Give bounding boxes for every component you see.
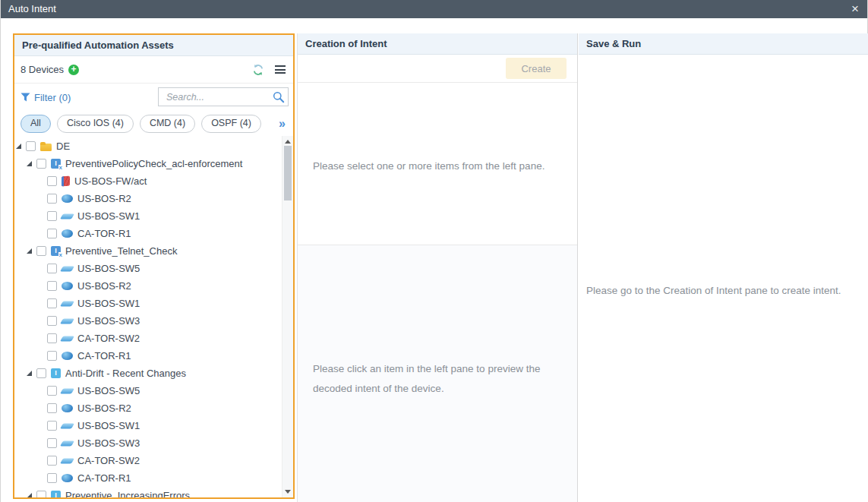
tree-node[interactable]: CA-TOR-R1: [14, 469, 282, 487]
expand-arrow-icon[interactable]: [27, 371, 32, 376]
tree-node[interactable]: US-BOS-SW1: [14, 295, 282, 312]
scroll-up-icon[interactable]: [285, 140, 291, 144]
tree-node[interactable]: DE: [14, 137, 282, 155]
node-checkbox[interactable]: [47, 473, 57, 483]
switch-icon: [60, 318, 74, 324]
left-pane-title: Pre-qualified Automation Assets: [14, 35, 293, 56]
tree-node[interactable]: US-BOS-FW/act: [14, 172, 282, 190]
node-checkbox[interactable]: [36, 368, 46, 378]
right-pane-title: Save & Run: [579, 33, 868, 55]
node-checkbox[interactable]: [47, 316, 57, 326]
device-toolbar: 8 Devices +: [14, 56, 293, 84]
node-checkbox[interactable]: [47, 438, 57, 448]
router-icon: [62, 404, 73, 412]
filter-chip-all[interactable]: All: [21, 115, 51, 133]
node-checkbox[interactable]: [47, 333, 57, 343]
filter-chip-cmd-4[interactable]: CMD (4): [140, 115, 195, 133]
tree-node[interactable]: IPreventive_IncreasingErrors: [14, 487, 282, 497]
node-label: US-BOS-R2: [77, 280, 131, 292]
router-icon: [62, 352, 73, 360]
filter-row: Filter (0): [14, 84, 293, 111]
switch-icon: [60, 301, 74, 306]
node-checkbox[interactable]: [47, 386, 57, 396]
search-icon[interactable]: [273, 91, 285, 103]
node-checkbox[interactable]: [47, 403, 57, 413]
tree-node[interactable]: US-BOS-SW1: [14, 207, 282, 225]
filter-link[interactable]: Filter (0): [34, 92, 71, 103]
tree-scrollbar[interactable]: [282, 136, 293, 497]
filter-chips-row: AllCisco IOS (4)CMD (4)OSPF (4) »: [14, 111, 293, 136]
node-checkbox[interactable]: [47, 456, 57, 466]
node-checkbox[interactable]: [47, 229, 57, 238]
node-checkbox[interactable]: [47, 264, 57, 273]
tree-node[interactable]: US-BOS-SW1: [14, 417, 282, 434]
switch-icon: [60, 336, 74, 341]
menu-icon[interactable]: [275, 64, 286, 76]
refresh-icon[interactable]: [252, 64, 264, 76]
intent-x-icon: I: [51, 246, 61, 256]
node-label: Preventive_IncreasingErrors: [65, 490, 190, 497]
tree-node[interactable]: US-BOS-SW5: [14, 260, 282, 277]
firewall-icon: [62, 176, 70, 187]
node-label: US-BOS-SW1: [77, 420, 140, 431]
tree-node[interactable]: CA-TOR-R1: [14, 225, 282, 242]
scrollbar-thumb[interactable]: [284, 146, 292, 200]
node-label: US-BOS-SW1: [77, 298, 140, 309]
filter-chip-cisco-ios-4[interactable]: Cisco IOS (4): [57, 115, 134, 133]
node-checkbox[interactable]: [47, 421, 57, 431]
tree-node[interactable]: US-BOS-R2: [14, 277, 282, 295]
expand-arrow-icon[interactable]: [27, 248, 32, 254]
create-button[interactable]: Create: [506, 58, 567, 79]
asset-tree: DEIPreventivePolicyCheck_acl-enforcement…: [14, 136, 282, 497]
node-checkbox[interactable]: [36, 246, 46, 256]
router-icon: [62, 229, 73, 238]
device-count: 8 Devices: [21, 64, 64, 75]
pre-qualified-assets-pane: Pre-qualified Automation Assets 8 Device…: [13, 33, 295, 499]
expand-arrow-icon[interactable]: [16, 144, 21, 149]
tree-node[interactable]: CA-TOR-R1: [14, 347, 282, 365]
search-box: [158, 87, 289, 106]
tree-node[interactable]: US-BOS-R2: [14, 190, 282, 207]
node-checkbox[interactable]: [47, 194, 57, 204]
tree-node[interactable]: US-BOS-SW3: [14, 312, 282, 330]
node-label: US-BOS-R2: [77, 193, 131, 204]
switch-icon: [60, 423, 74, 428]
expand-arrow-icon[interactable]: [27, 493, 32, 497]
node-checkbox[interactable]: [47, 176, 57, 186]
node-label: CA-TOR-R1: [77, 228, 131, 239]
close-icon[interactable]: ×: [851, 0, 859, 17]
tree-node[interactable]: IPreventive_Telnet_Check: [14, 242, 282, 260]
search-input[interactable]: [165, 89, 270, 105]
tree-node[interactable]: IAnti-Drift - Recent Changes: [14, 365, 282, 382]
switch-icon: [60, 213, 74, 219]
switch-icon: [60, 440, 74, 446]
router-icon: [62, 282, 73, 290]
node-checkbox[interactable]: [47, 298, 57, 308]
tree-node[interactable]: CA-TOR-SW2: [14, 330, 282, 347]
intent-i-icon: I: [51, 368, 61, 378]
node-label: US-BOS-SW3: [77, 437, 140, 449]
tree-node[interactable]: CA-TOR-SW2: [14, 452, 282, 469]
chips-overflow-icon[interactable]: »: [279, 117, 286, 131]
node-checkbox[interactable]: [36, 159, 46, 169]
node-checkbox[interactable]: [36, 491, 46, 497]
tree-node[interactable]: IPreventivePolicyCheck_acl-enforcement: [14, 155, 282, 172]
tree-node[interactable]: US-BOS-R2: [14, 399, 282, 417]
tree-node[interactable]: US-BOS-SW5: [14, 382, 282, 399]
add-device-icon[interactable]: +: [68, 65, 79, 75]
node-checkbox[interactable]: [26, 141, 36, 151]
node-label: CA-TOR-R1: [77, 350, 131, 362]
middle-pane-title: Creation of Intent: [298, 33, 577, 55]
node-checkbox[interactable]: [47, 281, 57, 291]
node-checkbox[interactable]: [47, 351, 57, 361]
creation-of-intent-pane: Creation of Intent Create Please select …: [297, 33, 578, 502]
tree-node[interactable]: US-BOS-SW3: [14, 434, 282, 452]
node-label: US-BOS-R2: [77, 403, 131, 414]
folder-icon: [40, 141, 52, 151]
node-label: US-BOS-SW1: [77, 210, 140, 222]
filter-chip-ospf-4[interactable]: OSPF (4): [201, 115, 261, 133]
scroll-down-icon[interactable]: [285, 490, 291, 494]
switch-icon: [60, 266, 74, 271]
expand-arrow-icon[interactable]: [27, 161, 32, 166]
node-checkbox[interactable]: [47, 211, 57, 221]
